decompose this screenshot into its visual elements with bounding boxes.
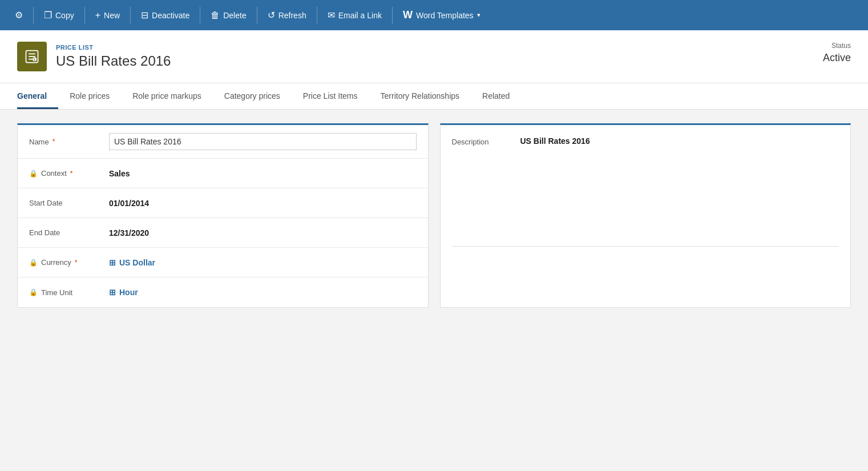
tab-role-prices[interactable]: Role prices <box>58 83 121 109</box>
delete-icon: 🗑 <box>211 10 220 21</box>
tab-bar: General Role prices Role price markups C… <box>0 83 868 110</box>
context-lock-icon: 🔒 <box>29 170 38 178</box>
start-date-row: Start Date 01/01/2014 <box>18 188 428 218</box>
toolbar-divider-3 <box>130 7 131 24</box>
word-templates-button[interactable]: W Word Templates ▾ <box>394 0 490 30</box>
time-unit-row: 🔒 Time Unit ⊞ Hour <box>18 277 428 307</box>
settings-button[interactable]: ⚙ <box>6 0 32 30</box>
end-date-value: 12/31/2020 <box>109 228 417 237</box>
toolbar-divider-4 <box>200 7 200 24</box>
context-label: 🔒 Context * <box>29 169 109 178</box>
form-section-left: Name * 🔒 Context * Sales Start Date <box>17 123 429 308</box>
name-input[interactable] <box>109 133 417 150</box>
tab-price-list-items[interactable]: Price List Items <box>292 83 369 109</box>
new-icon: + <box>95 10 100 21</box>
new-label: New <box>104 11 120 20</box>
context-row: 🔒 Context * Sales <box>18 159 428 188</box>
toolbar-divider-1 <box>33 7 34 24</box>
end-date-label: End Date <box>29 228 109 237</box>
tab-role-price-markups[interactable]: Role price markups <box>121 83 213 109</box>
delete-button[interactable]: 🗑 Delete <box>201 0 255 30</box>
deactivate-label: Deactivate <box>152 11 189 20</box>
status-label: Status <box>823 42 851 50</box>
currency-required: * <box>75 259 78 267</box>
currency-lock-icon: 🔒 <box>29 259 38 267</box>
context-required: * <box>70 170 73 178</box>
entity-info: PRICE LIST US Bill Rates 2016 <box>56 44 171 69</box>
start-date-label: Start Date <box>29 199 109 207</box>
description-label: Description <box>452 136 520 146</box>
header-left: $ PRICE LIST US Bill Rates 2016 <box>17 42 171 71</box>
header-right: Status Active <box>823 42 851 64</box>
copy-button[interactable]: ❐ Copy <box>35 0 83 30</box>
time-unit-value[interactable]: ⊞ Hour <box>109 288 138 297</box>
description-spacer <box>452 246 839 296</box>
email-button[interactable]: ✉ Email a Link <box>318 0 391 30</box>
copy-icon: ❐ <box>44 10 52 21</box>
refresh-button[interactable]: ↺ Refresh <box>259 0 316 30</box>
end-date-row: End Date 12/31/2020 <box>18 218 428 248</box>
refresh-icon: ↺ <box>268 10 275 21</box>
context-value: Sales <box>109 169 417 178</box>
refresh-label: Refresh <box>278 11 306 20</box>
entity-label: PRICE LIST <box>56 44 171 51</box>
settings-icon: ⚙ <box>15 10 23 21</box>
status-value: Active <box>823 52 851 64</box>
description-row: Description US Bill Rates 2016 <box>441 125 851 197</box>
tab-territory-relationships[interactable]: Territory Relationships <box>369 83 471 109</box>
svg-text:$: $ <box>34 58 35 61</box>
toolbar-divider-2 <box>84 7 85 24</box>
form-grid: Name * 🔒 Context * Sales Start Date <box>17 123 851 308</box>
description-value: US Bill Rates 2016 <box>520 136 839 146</box>
name-required: * <box>53 138 55 146</box>
entity-icon: $ <box>17 42 47 71</box>
name-row: Name * <box>18 125 428 159</box>
delete-label: Delete <box>223 11 246 20</box>
currency-link-icon: ⊞ <box>109 258 116 267</box>
email-label: Email a Link <box>338 11 382 20</box>
name-label: Name * <box>29 138 109 146</box>
time-unit-label: 🔒 Time Unit <box>29 288 109 297</box>
toolbar-divider-5 <box>257 7 257 24</box>
word-dropdown-icon: ▾ <box>477 11 481 19</box>
price-list-icon: $ <box>24 49 40 65</box>
toolbar: ⚙ ❐ Copy + New ⊟ Deactivate 🗑 Delete ↺ R… <box>0 0 868 30</box>
page-header: $ PRICE LIST US Bill Rates 2016 Status A… <box>0 30 868 83</box>
currency-value[interactable]: ⊞ US Dollar <box>109 258 155 267</box>
word-icon: W <box>403 9 413 21</box>
copy-label: Copy <box>55 11 74 20</box>
tab-related[interactable]: Related <box>471 83 521 109</box>
toolbar-divider-6 <box>317 7 317 24</box>
currency-row: 🔒 Currency * ⊞ US Dollar <box>18 248 428 277</box>
toolbar-divider-7 <box>392 7 393 24</box>
form-section-right: Description US Bill Rates 2016 <box>440 123 851 308</box>
email-icon: ✉ <box>328 10 335 21</box>
currency-label: 🔒 Currency * <box>29 258 109 267</box>
deactivate-icon: ⊟ <box>141 10 148 21</box>
entity-title: US Bill Rates 2016 <box>56 53 171 69</box>
new-button[interactable]: + New <box>86 0 129 30</box>
tab-category-prices[interactable]: Category prices <box>213 83 292 109</box>
start-date-value: 01/01/2014 <box>109 199 417 208</box>
tab-general[interactable]: General <box>17 83 58 109</box>
time-unit-link-icon: ⊞ <box>109 288 116 297</box>
main-content: Name * 🔒 Context * Sales Start Date <box>0 110 868 469</box>
deactivate-button[interactable]: ⊟ Deactivate <box>132 0 199 30</box>
word-templates-label: Word Templates <box>416 11 474 20</box>
time-unit-lock-icon: 🔒 <box>29 288 38 296</box>
